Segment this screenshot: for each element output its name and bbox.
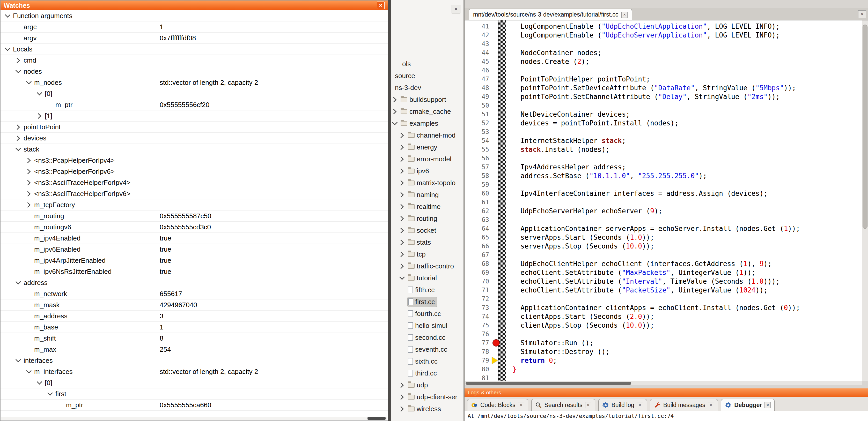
tab-close-icon[interactable]: × — [708, 402, 714, 408]
line-number[interactable]: 76 — [465, 330, 492, 338]
tree-item-realtime[interactable]: realtime — [391, 201, 464, 213]
line-number[interactable]: 70 — [465, 277, 492, 286]
watch-row[interactable]: argv0x7fffffffdf08 — [1, 33, 388, 44]
code-line[interactable]: 80} — [465, 365, 862, 374]
logs-tab-build-log[interactable]: Build log× — [598, 399, 647, 411]
tree-collapse-icon[interactable] — [399, 274, 405, 281]
line-number[interactable]: 45 — [465, 57, 492, 66]
tree-item-wireless[interactable]: wireless — [391, 403, 464, 415]
line-number[interactable]: 49 — [465, 92, 492, 101]
tree-item-sixth-cc[interactable]: sixth.cc — [391, 355, 464, 367]
code-line[interactable]: 69 echoClient.SetAttribute ("MaxPackets"… — [465, 268, 862, 277]
tree-expand-icon[interactable] — [399, 382, 405, 388]
line-number[interactable]: 48 — [465, 84, 492, 92]
watch-row[interactable]: <ns3::PcapHelperForIpv4> — [1, 155, 388, 166]
tree-item-hello-simulator[interactable]: hello-simul — [391, 320, 464, 331]
tree-expand-icon[interactable] — [25, 168, 32, 175]
tab-close-icon[interactable]: × — [621, 12, 627, 18]
line-number[interactable]: 74 — [465, 312, 492, 321]
tab-close-icon[interactable]: × — [518, 402, 524, 408]
line-number[interactable]: 53 — [465, 128, 492, 136]
code-line[interactable]: 62 UdpEchoServerHelper echoServer (9); — [465, 206, 862, 216]
code-line[interactable]: 64 ApplicationContainer serverApps = ech… — [465, 224, 862, 233]
tree-item-energy[interactable]: energy — [391, 141, 464, 153]
tree-item-udp[interactable]: udp — [391, 379, 464, 391]
line-number[interactable]: 79 — [465, 356, 492, 365]
tree-item-matrix-topology[interactable]: matrix-topolo — [391, 177, 464, 189]
watch-row[interactable]: argc1 — [1, 22, 388, 33]
tree-expand-icon[interactable] — [15, 135, 22, 141]
line-number[interactable]: 41 — [465, 22, 492, 31]
line-number[interactable]: 75 — [465, 321, 492, 330]
line-number[interactable]: 51 — [465, 110, 492, 119]
line-number[interactable]: 65 — [465, 233, 492, 242]
code-line[interactable]: 81 — [465, 374, 862, 381]
code-line[interactable]: 56 — [465, 154, 862, 163]
editor-horizontal-scrollbar[interactable] — [465, 381, 862, 385]
code-line[interactable]: 78 Simulator::Destroy (); — [465, 347, 862, 356]
watch-row[interactable]: [0] — [1, 88, 388, 99]
watch-row[interactable]: Locals — [1, 44, 388, 55]
code-line[interactable]: 66 serverApps.Stop (Seconds (10.0)); — [465, 242, 862, 251]
line-number[interactable]: 78 — [465, 347, 492, 356]
watch-row[interactable]: Function arguments — [1, 10, 388, 22]
code-line[interactable]: 42 LogComponentEnable ("UdpEchoServerApp… — [465, 31, 862, 39]
code-line[interactable]: 45 nodes.Create (2); — [465, 57, 862, 66]
watch-row[interactable]: m_base1 — [1, 322, 388, 333]
line-number[interactable]: 81 — [465, 374, 492, 381]
watches-titlebar[interactable]: Watches × — [1, 1, 388, 10]
watch-row[interactable]: devices — [1, 133, 388, 144]
tree-item-tutorial[interactable]: tutorial — [391, 272, 464, 284]
watch-row[interactable]: first — [1, 388, 388, 399]
watch-row[interactable]: m_routing0x555555587c50 — [1, 210, 388, 222]
logs-tab-code-blocks[interactable]: Code::Blocks× — [467, 399, 528, 411]
line-number[interactable]: 73 — [465, 303, 492, 312]
code-line[interactable]: 76 — [465, 330, 862, 338]
tree-expand-icon[interactable] — [399, 191, 405, 198]
line-number[interactable]: 54 — [465, 136, 492, 145]
tree-expand-icon[interactable] — [25, 201, 32, 208]
code-line[interactable]: 71 echoClient.SetAttribute ("PacketSize"… — [465, 286, 862, 295]
tree-expand-icon[interactable] — [15, 57, 22, 64]
watch-row[interactable]: m_network655617 — [1, 288, 388, 299]
editor-file-tab[interactable]: mnt/dev/tools/source/ns-3-dev/examples/t… — [469, 9, 632, 20]
code-line[interactable]: 70 echoClient.SetAttribute ("Interval", … — [465, 277, 862, 286]
code-line[interactable]: 52 devices = pointToPoint.Install (nodes… — [465, 119, 862, 128]
line-number[interactable]: 43 — [465, 39, 492, 48]
line-number[interactable]: 59 — [465, 180, 492, 189]
line-number[interactable]: 60 — [465, 189, 492, 198]
tree-item-cmake-cache[interactable]: cmake_cache — [391, 105, 464, 118]
tree-expand-icon[interactable] — [391, 96, 398, 103]
tree-collapse-icon[interactable] — [25, 79, 32, 86]
tree-expand-icon[interactable] — [399, 215, 405, 222]
tree-expand-icon[interactable] — [399, 227, 405, 234]
tree-expand-icon[interactable] — [36, 112, 43, 119]
tree-collapse-icon[interactable] — [36, 379, 43, 386]
tree-item-examples[interactable]: examples — [391, 118, 464, 129]
line-number[interactable]: 57 — [465, 163, 492, 171]
tab-close-icon[interactable]: × — [637, 402, 643, 408]
tree-item-fourth-cc[interactable]: fourth.cc — [391, 308, 464, 320]
tree-item-second-cc[interactable]: second.cc — [391, 331, 464, 344]
code-line[interactable]: 53 — [465, 128, 862, 136]
tree-expand-icon[interactable] — [399, 239, 405, 246]
code-line[interactable]: 72 — [465, 295, 862, 303]
line-number[interactable]: 72 — [465, 295, 492, 303]
tree-collapse-icon[interactable] — [4, 12, 11, 19]
line-number[interactable]: 50 — [465, 101, 492, 110]
tree-item-seventh-cc[interactable]: seventh.cc — [391, 344, 464, 355]
line-number[interactable]: 42 — [465, 31, 492, 39]
line-number[interactable]: 55 — [465, 145, 492, 154]
watch-row[interactable]: nodes — [1, 66, 388, 77]
line-number[interactable]: 46 — [465, 66, 492, 75]
tab-close-icon[interactable]: × — [585, 402, 591, 408]
code-line[interactable]: 58 address.SetBase ("10.1.1.0", "255.255… — [465, 171, 862, 180]
tree-expand-icon[interactable] — [391, 108, 398, 115]
tree-expand-icon[interactable] — [399, 263, 405, 269]
tree-expand-icon[interactable] — [399, 251, 405, 258]
code-line[interactable]: 77 Simulator::Run (); — [465, 338, 862, 347]
code-line[interactable]: 74 clientApps.Start (Seconds (2.0)); — [465, 312, 862, 321]
line-number[interactable]: 44 — [465, 48, 492, 57]
line-number[interactable]: 80 — [465, 365, 492, 374]
watch-row[interactable]: m_ipv4Enabledtrue — [1, 233, 388, 244]
